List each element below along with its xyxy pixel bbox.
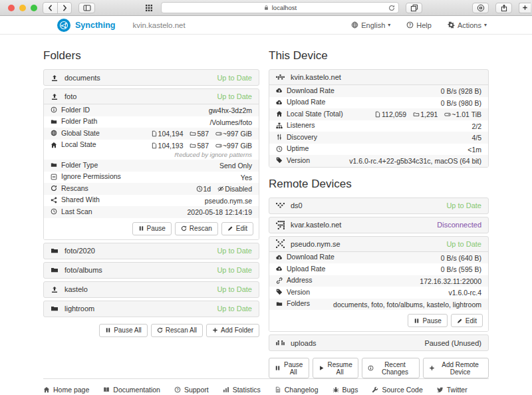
reader-button[interactable]: [472, 3, 489, 13]
detail-row-ignore-permissions: Ignore Permissions Yes: [44, 172, 259, 184]
cloud-upload-icon: [276, 99, 283, 106]
refresh-icon: [181, 225, 187, 231]
folder-row-foto[interactable]: foto Up to Date: [44, 89, 259, 104]
folder-panel-foto-2020: foto/2020 Up to Date: [43, 243, 259, 259]
folder-row-foto-albums[interactable]: foto/albums Up to Date: [44, 263, 259, 278]
device-name: kvin.kastelo.net: [291, 73, 341, 81]
footer-link-documentation[interactable]: Documentation: [103, 386, 160, 394]
device-row-kvar[interactable]: kvar.kastelo.net Disconnected: [269, 217, 488, 233]
refresh-icon: [157, 327, 163, 333]
folder-icon: [190, 130, 196, 137]
globe-icon: [351, 21, 358, 29]
forward-button[interactable]: [57, 3, 71, 13]
device-name: uploads: [291, 339, 317, 347]
tag-icon: [276, 157, 283, 164]
footer-link-home[interactable]: Home page: [43, 386, 89, 394]
folders-value: documents, foto, foto/albums, kastelo, l…: [333, 301, 481, 309]
recent-changes-button[interactable]: Recent Changes: [362, 358, 420, 378]
folder-type-value: Send Only: [219, 162, 252, 170]
footer-link-statistics[interactable]: Statistics: [223, 386, 261, 394]
page: localhost Syncthing kvin.kastelo.net Eng…: [0, 0, 532, 395]
device-identicon: [276, 221, 285, 229]
zoom-window-button[interactable]: [31, 5, 37, 11]
file-icon: [374, 111, 381, 118]
ignore-permissions-value: Yes: [241, 174, 252, 182]
language-menu[interactable]: English ▾: [351, 21, 390, 29]
plus-icon: [212, 327, 218, 333]
share-button[interactable]: [495, 3, 512, 13]
detail-row-local-state: Local State 104,193 587 ~997 GiB Reduced…: [44, 140, 259, 160]
detail-row-global-state: Global State 104,194 587 ~997 GiB: [44, 128, 259, 140]
device-name: ds0: [291, 201, 303, 209]
help-label: Help: [416, 21, 432, 29]
detail-row-listeners: Listeners 2/2: [269, 120, 488, 132]
bug-icon: [332, 386, 339, 393]
tab-overview-button[interactable]: [406, 3, 422, 13]
folder-panel-lightroom: lightroom Up to Date: [43, 301, 259, 317]
folder-row-foto-2020[interactable]: foto/2020 Up to Date: [44, 243, 259, 259]
footer-link-source-code[interactable]: Source Code: [372, 386, 422, 394]
folder-name: documents: [65, 74, 100, 82]
tag-icon: [276, 289, 283, 295]
pause-all-folders-button[interactable]: Pause All: [99, 324, 148, 337]
detail-row-folder-type: Folder Type Send Only: [44, 160, 259, 172]
sidebar-icon: [83, 4, 91, 12]
footer-link-changelog[interactable]: Changelog: [275, 386, 319, 394]
discovery-value: 4/5: [471, 134, 481, 142]
detail-row-last-scan: Last Scan 2020-05-18 12:14:19: [44, 206, 259, 218]
sitemap-icon: [276, 122, 283, 129]
edit-device-button[interactable]: Edit: [451, 314, 483, 327]
refresh-icon: [51, 185, 57, 192]
device-status: Disconnected: [437, 221, 481, 229]
device-row-uploads[interactable]: uploads Paused (Unused): [269, 335, 488, 350]
footer-link-twitter[interactable]: Twitter: [437, 386, 467, 394]
device-row-ds0[interactable]: ds0 Up to Date: [269, 198, 488, 213]
detail-row-upload-rate: Upload Rate 0 B/s (980 B): [269, 97, 488, 109]
folder-path-value: /Volumes/foto: [209, 118, 252, 127]
rescan-all-button[interactable]: Rescan All: [151, 324, 203, 337]
discovery-icon: [276, 134, 283, 140]
brand-name: Syncthing: [75, 21, 115, 30]
edit-button[interactable]: Edit: [221, 222, 253, 235]
pencil-icon: [227, 225, 233, 231]
detail-row-shared-with: Shared With pseudo.nym.se: [44, 195, 259, 207]
upload-rate-value: 0 B/s (980 B): [441, 99, 481, 108]
detail-row-folder-path: Folder Path /Volumes/foto: [44, 116, 259, 128]
add-remote-device-button[interactable]: Add Remote Device: [423, 358, 489, 378]
minus-square-icon: [51, 174, 57, 180]
footer-link-support[interactable]: ?Support: [174, 386, 209, 394]
home-icon: [43, 386, 50, 393]
pause-button[interactable]: Pause: [132, 222, 172, 235]
minimize-window-button[interactable]: [19, 5, 26, 11]
pause-device-button[interactable]: Pause: [408, 314, 447, 327]
sidebar-toggle-button[interactable]: [78, 3, 95, 13]
favorites-grid-icon[interactable]: [145, 4, 153, 12]
svg-text:?: ?: [409, 23, 412, 27]
help-menu[interactable]: ? Help: [406, 21, 432, 29]
folder-icon: [51, 266, 59, 274]
new-tab-button[interactable]: [519, 3, 531, 13]
folder-row-lightroom[interactable]: lightroom Up to Date: [44, 301, 259, 317]
language-label: English: [361, 21, 385, 29]
footer-link-bugs[interactable]: Bugs: [332, 386, 358, 394]
folder-row-kastelo[interactable]: kastelo Up to Date: [44, 282, 259, 297]
rescan-button[interactable]: Rescan: [175, 222, 218, 235]
resume-all-button[interactable]: Resume All: [313, 358, 358, 378]
this-device-row[interactable]: kvin.kastelo.net: [269, 70, 488, 85]
cloud-download-icon: [276, 87, 283, 94]
question-icon: ?: [174, 386, 181, 393]
url-text: localhost: [272, 4, 297, 11]
address-bar[interactable]: localhost: [161, 2, 399, 13]
actions-menu[interactable]: Actions ▾: [448, 21, 487, 29]
pause-all-devices-button[interactable]: Pause All: [269, 358, 309, 378]
add-folder-button[interactable]: Add Folder: [206, 324, 259, 337]
back-button[interactable]: [43, 3, 57, 13]
shared-with-value: pseudo.nym.se: [205, 197, 252, 205]
close-window-button[interactable]: [8, 5, 15, 11]
reload-icon[interactable]: [388, 5, 395, 11]
pause-icon: [105, 327, 111, 333]
folder-row-documents[interactable]: documents Up to Date: [44, 70, 259, 85]
reader-icon: [477, 4, 485, 12]
cloud-download-icon: [276, 254, 283, 261]
device-row-pseudo[interactable]: pseudo.nym.se Up to Date: [269, 237, 488, 252]
